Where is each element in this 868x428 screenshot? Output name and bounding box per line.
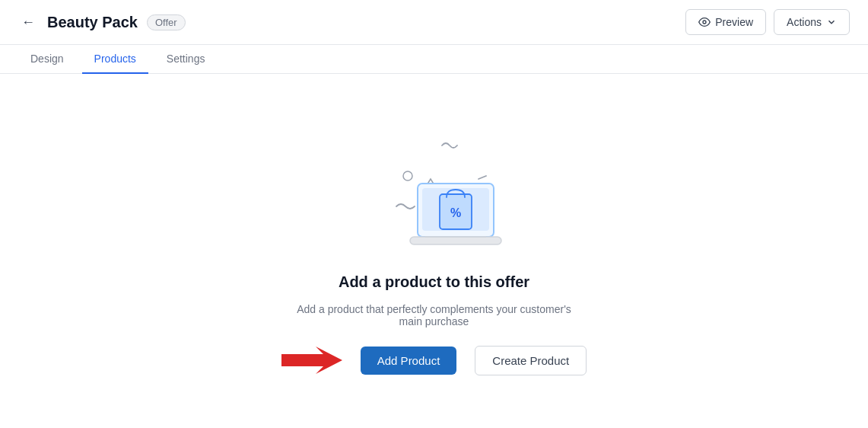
svg-text:%: % — [450, 206, 460, 219]
empty-state-subtitle: Add a product that perfectly complements… — [290, 303, 579, 327]
empty-state-illustration: % — [351, 124, 518, 261]
chevron-down-icon — [826, 17, 837, 27]
red-arrow-icon — [281, 347, 342, 374]
tab-design[interactable]: Design — [18, 45, 76, 74]
preview-button[interactable]: Preview — [685, 9, 766, 35]
actions-button[interactable]: Actions — [774, 9, 850, 35]
add-product-button[interactable]: Add Product — [361, 347, 457, 375]
header-right: Preview Actions — [685, 9, 850, 35]
tab-products[interactable]: Products — [82, 45, 148, 74]
eye-icon — [698, 16, 711, 28]
preview-label: Preview — [715, 16, 753, 28]
page-header: ← Beauty Pack Offer Preview Actions — [0, 0, 868, 45]
svg-point-1 — [403, 171, 412, 180]
action-buttons-row: Add Product Create Product — [281, 346, 587, 375]
svg-rect-5 — [410, 237, 501, 244]
page-title: Beauty Pack — [47, 14, 138, 31]
back-button[interactable]: ← — [18, 11, 38, 34]
actions-label: Actions — [787, 16, 822, 28]
tab-settings[interactable]: Settings — [154, 45, 218, 74]
tab-bar: Design Products Settings — [0, 45, 868, 74]
create-product-button[interactable]: Create Product — [475, 346, 587, 375]
offer-badge: Offer — [147, 14, 186, 30]
svg-marker-9 — [281, 347, 342, 374]
empty-state-title: Add a product to this offer — [339, 273, 529, 291]
back-icon: ← — [21, 14, 35, 30]
header-left: ← Beauty Pack Offer — [18, 11, 186, 34]
illustration-svg: % — [351, 124, 518, 261]
svg-point-0 — [703, 21, 706, 24]
main-content: % Add a product to this offer Add a prod… — [0, 74, 868, 425]
arrow-container — [281, 347, 342, 374]
